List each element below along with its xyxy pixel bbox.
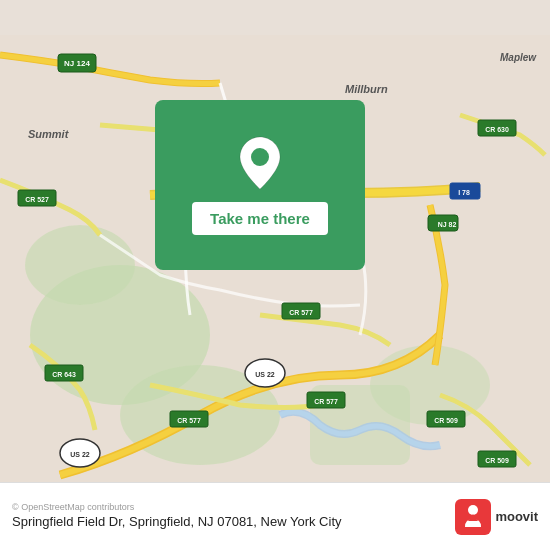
svg-text:CR 577: CR 577 (314, 398, 338, 405)
svg-text:NJ 82: NJ 82 (438, 221, 457, 228)
location-pin-icon (238, 135, 282, 190)
svg-text:NJ 124: NJ 124 (64, 59, 90, 68)
address-block: © OpenStreetMap contributors Springfield… (12, 502, 342, 531)
svg-point-43 (468, 505, 478, 515)
svg-text:CR 577: CR 577 (289, 309, 313, 316)
address-text: Springfield Field Dr, Springfield, NJ 07… (12, 514, 342, 531)
osm-attribution: © OpenStreetMap contributors (12, 502, 342, 512)
svg-text:I 78: I 78 (458, 189, 470, 196)
svg-text:CR 643: CR 643 (52, 371, 76, 378)
svg-text:Millburn: Millburn (345, 83, 388, 95)
map-background: NJ 124 CR 517 CR 527 CR 577 CR 577 CR 57… (0, 0, 550, 550)
svg-point-2 (25, 225, 135, 305)
bottom-bar: © OpenStreetMap contributors Springfield… (0, 482, 550, 550)
svg-text:CR 527: CR 527 (25, 196, 49, 203)
map-container: NJ 124 CR 517 CR 527 CR 577 CR 577 CR 57… (0, 0, 550, 550)
svg-point-41 (251, 148, 269, 166)
svg-text:Summit: Summit (28, 128, 70, 140)
svg-text:CR 509: CR 509 (434, 417, 458, 424)
svg-text:CR 577: CR 577 (177, 417, 201, 424)
svg-text:US 22: US 22 (70, 451, 90, 458)
svg-text:CR 509: CR 509 (485, 457, 509, 464)
svg-text:CR 630: CR 630 (485, 126, 509, 133)
take-me-there-button[interactable]: Take me there (192, 202, 328, 235)
svg-text:Maplew: Maplew (500, 52, 537, 63)
svg-text:US 22: US 22 (255, 371, 275, 378)
moovit-logo: moovit (455, 499, 538, 535)
moovit-label: moovit (495, 509, 538, 524)
action-card: Take me there (155, 100, 365, 270)
moovit-icon (455, 499, 491, 535)
